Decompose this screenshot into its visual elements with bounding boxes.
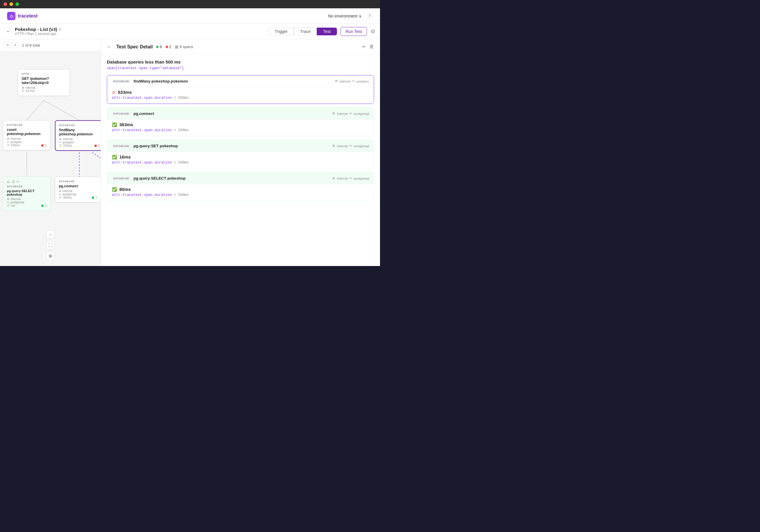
assertion-pgconnect-body: ✅ 363ms attr:tracetest.span.duration < 5… xyxy=(107,119,374,136)
count-span-name: count pokeshop.pokemon xyxy=(7,128,47,136)
http-span-node[interactable]: HTTP GET /pokemon?take=20&skip=0 ⚙intern… xyxy=(18,69,70,96)
pass-icon-pgselect: ✅ xyxy=(112,187,117,192)
back-button[interactable]: ← xyxy=(6,28,11,34)
assertion-findmany-expr: attr:tracetest.span.duration < 500ms xyxy=(112,96,369,100)
findmany-span-detail2: ✏postgres xyxy=(59,141,100,144)
logo[interactable]: ◇ tracetest xyxy=(7,12,38,20)
assertion-pgselect[interactable]: DATABASE pg.query:SELECT pokeshop ⚙inter… xyxy=(107,172,374,201)
svg-line-3 xyxy=(92,152,101,177)
http-span-name: GET /pokemon?take=20&skip=0 xyxy=(22,76,66,85)
findmany-span-detail3: ⏱533ms 1 xyxy=(59,144,100,147)
assertion-pgconnect[interactable]: DATABASE pg.connect ⚙internal ✏postgresq… xyxy=(107,108,374,136)
close-button[interactable] xyxy=(4,2,7,6)
trace-nav: < > 1 of 8 total xyxy=(0,39,101,51)
test-name: Pokeshop - List (v3) xyxy=(15,27,57,32)
pgconnect-span-name: pg.connect xyxy=(59,184,97,188)
tab-test[interactable]: Test xyxy=(317,27,337,35)
pass-dot xyxy=(156,46,159,48)
run-test-button[interactable]: Run Test xyxy=(341,27,367,36)
assertion-findmany-header: DATABASE findMany pokeshop.pokemon ⚙inte… xyxy=(107,75,374,87)
delete-icon[interactable]: 🗑 xyxy=(369,44,374,50)
assertion-pgselect-expr: attr:tracetest.span.duration < 500ms xyxy=(112,193,369,197)
pgset-duration: 16ms xyxy=(119,154,131,160)
assertion-findmany-name: findMany pokeshop.pokemon xyxy=(134,79,332,83)
assertion-pgconnect-value: ✅ 363ms xyxy=(112,122,369,127)
maximize-button[interactable] xyxy=(16,2,19,6)
logo-text: tracetest xyxy=(18,13,38,19)
assertion-pgconnect-meta: ⚙internal ✏postgresql xyxy=(332,112,369,116)
assertion-pgset-type: DATABASE xyxy=(112,144,131,148)
pgconnect-span-type: DATABASE xyxy=(59,180,97,183)
assertion-pgselect-body: ✅ 80ms attr:tracetest.span.duration < 50… xyxy=(107,184,374,201)
prev-span-button[interactable]: < xyxy=(5,42,11,48)
next-span-button[interactable]: > xyxy=(12,42,19,48)
assertion-pgset-expr: attr:tracetest.span.duration < 500ms xyxy=(112,161,369,165)
trace-diagram[interactable]: HTTP GET /pokemon?take=20&skip=0 ⚙intern… xyxy=(0,51,101,266)
edit-icon[interactable]: ✏ xyxy=(362,44,366,50)
nav-right: No environment ∨ ? xyxy=(328,13,373,19)
pgconnect-span-detail1: ⚙internal xyxy=(59,189,97,193)
tab-trigger[interactable]: Trigger xyxy=(268,27,294,35)
pgconnect-span-node[interactable]: DATABASE pg.connect ⚙internal ✏postgresq… xyxy=(55,177,101,203)
count-span-node[interactable]: DATABASE count pokeshop.pokemon ⚙interna… xyxy=(3,120,50,150)
assertion-findmany[interactable]: DATABASE findMany pokeshop.pokemon ⚙inte… xyxy=(107,75,374,104)
select-span-name: pg.query:SELECT pokeshop xyxy=(7,189,47,196)
test-title-area: Pokeshop - List (v3) ℹ HTTP • Ran 1 seco… xyxy=(15,27,61,36)
pgselect-duration: 80ms xyxy=(119,187,131,192)
assertion-list: DATABASE findMany pokeshop.pokemon ⚙inte… xyxy=(101,73,380,266)
pass-badge: 6 xyxy=(156,45,162,49)
settings-icon[interactable]: ⚙ xyxy=(370,28,375,35)
count-span-dot xyxy=(41,144,44,147)
help-icon[interactable]: ? xyxy=(366,13,373,19)
layout-button[interactable]: ⊞ xyxy=(46,252,55,260)
app-container: ◇ tracetest No environment ∨ ? ← Pokesho… xyxy=(0,8,380,266)
spec-content: Database queries less than 500 ms span[t… xyxy=(101,55,380,73)
pgconnect-duration: 363ms xyxy=(119,122,133,127)
spans-badge: ⊞ 8 spans xyxy=(175,45,193,49)
assertion-pgselect-type: DATABASE xyxy=(112,177,131,180)
test-meta: HTTP • Ran 1 second ago xyxy=(15,32,61,36)
pgconnect-span-detail2: ✏postgresql xyxy=(59,193,97,196)
svg-line-0 xyxy=(27,100,44,120)
pass-icon-pgset: ✅ xyxy=(112,155,117,160)
assertion-pgset[interactable]: DATABASE pg.query:SET pokeshop ⚙internal… xyxy=(107,140,374,169)
back-detail-button[interactable]: ← xyxy=(107,44,112,50)
findmany-duration: 533ms xyxy=(118,90,132,95)
info-icon: ℹ xyxy=(59,27,61,31)
assertion-pgconnect-name: pg.connect xyxy=(134,111,329,116)
span-counter: 1 of 8 total xyxy=(22,43,40,47)
findmany-span-name: findManypokeshop.pokemon xyxy=(59,128,100,136)
left-panel: ≫ < > 1 of 8 total xyxy=(0,39,101,266)
zoom-out-button[interactable]: − xyxy=(46,230,55,239)
count-span-detail1: ⚙internal xyxy=(7,137,47,140)
logo-icon: ◇ xyxy=(7,12,16,20)
tab-trace[interactable]: Trace xyxy=(294,27,317,35)
assertion-pgset-name: pg.query:SET pokeshop xyxy=(134,144,329,148)
nav-arrows: < > xyxy=(5,42,19,48)
top-nav: ◇ tracetest No environment ∨ ? xyxy=(0,8,380,24)
assertion-pgselect-header: DATABASE pg.query:SELECT pokeshop ⚙inter… xyxy=(107,172,374,184)
spec-title: Database queries less than 500 ms xyxy=(107,59,374,65)
assertion-pgset-meta: ⚙internal ✏postgresql xyxy=(332,144,369,148)
main-header: ← Pokeshop - List (v3) ℹ HTTP • Ran 1 se… xyxy=(0,24,380,39)
zoom-controls: − ⛶ ⊞ xyxy=(46,230,55,260)
fit-button[interactable]: ⛶ xyxy=(46,241,55,249)
http-span-detail1: ⚙internal xyxy=(22,86,66,89)
span-type-http: HTTP xyxy=(22,73,66,75)
assertion-pgset-header: DATABASE pg.query:SET pokeshop ⚙internal… xyxy=(107,140,374,152)
findmany-span-node[interactable]: DATABASE findManypokeshop.pokemon ⚙inter… xyxy=(55,120,101,151)
count-span-type: DATABASE xyxy=(7,123,47,126)
env-selector[interactable]: No environment ∨ xyxy=(328,14,361,19)
chevron-down-icon: ∨ xyxy=(358,14,361,19)
count-span-detail3: ⏱540ms 1 xyxy=(7,144,47,147)
select-span-node[interactable]: 🗂 ☰ ✏ DATABASE pg.query:SELECT pokeshop … xyxy=(3,177,50,211)
assertion-findmany-value: ⊖ 533ms xyxy=(112,90,369,95)
tabs-bar: Trigger Trace Test xyxy=(268,27,337,35)
minimize-button[interactable] xyxy=(10,2,13,6)
pgconnect-span-dot xyxy=(92,197,94,199)
assertion-pgselect-meta: ⚙internal ✏postgresql xyxy=(332,176,369,180)
select-span-detail2: ✏postgresql xyxy=(7,201,47,204)
spec-selector: span[tracetest.span.type="database"] xyxy=(107,66,374,71)
detail-title: Test Spec Detail xyxy=(117,44,153,50)
detail-header: ← Test Spec Detail 6 2 ⊞ 8 spans ✏ 🗑 xyxy=(101,39,380,55)
